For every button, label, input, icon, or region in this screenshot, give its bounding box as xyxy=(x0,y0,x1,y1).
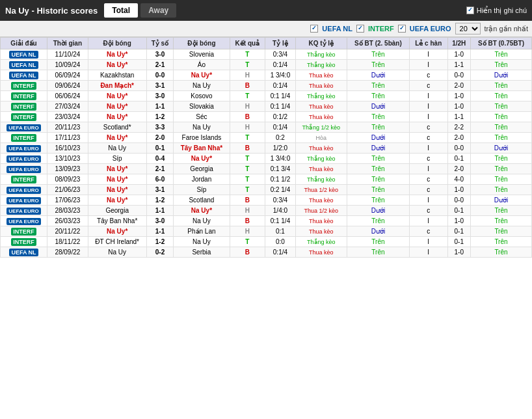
cell-lec: c xyxy=(409,70,447,81)
cell-date: 27/03/24 xyxy=(47,101,88,112)
cell-score: 1-1 xyxy=(146,206,174,216)
cell-half: 4-0 xyxy=(447,174,470,185)
cell-team1: Na Uy* xyxy=(88,174,146,185)
cell-so-bt2: Trên xyxy=(470,237,531,247)
cell-team1: Kazakhstan xyxy=(88,70,146,81)
check-uefa-euro-icon[interactable] xyxy=(398,25,406,33)
cell-so-bt: Trên xyxy=(347,112,409,122)
cell-date: 17/06/23 xyxy=(47,195,88,206)
cell-team2: Na Uy* xyxy=(174,206,230,216)
count-select[interactable]: 20103050 xyxy=(455,23,481,34)
table-row: UEFA NL 10/09/24 Na Uy* 2-1 Áo T 0:1/4 T… xyxy=(1,60,532,70)
cell-team2: Áo xyxy=(174,60,230,70)
tab-total[interactable]: Total xyxy=(104,3,138,18)
cell-team2: Georgia xyxy=(174,164,230,174)
cell-so-bt2: Trên xyxy=(470,174,531,185)
check-interf-icon[interactable] xyxy=(356,25,364,33)
cell-kq-ratio: Thua kèo xyxy=(295,216,347,226)
cell-lec: I xyxy=(409,247,447,258)
cell-league: INTERF xyxy=(1,81,47,91)
check-uefa-nl-icon[interactable] xyxy=(310,25,318,33)
cell-so-bt: Trên xyxy=(347,60,409,70)
cell-so-bt2: Trên xyxy=(470,81,531,91)
cell-team2: Na Uy xyxy=(174,216,230,226)
cell-half: 0-0 xyxy=(447,195,470,206)
cell-team1: Georgia xyxy=(88,206,146,216)
cell-team1: Na Uy* xyxy=(88,185,146,195)
table-row: UEFA EURO 13/10/23 Síp 0-4 Na Uy* T 1 3/… xyxy=(1,154,532,164)
col-so-bt: Số BT (2. 5bàn) xyxy=(347,38,409,49)
cell-lec: c xyxy=(409,122,447,133)
cell-team1: ĐT CH Ireland* xyxy=(88,237,146,247)
tab-away[interactable]: Away xyxy=(140,3,176,18)
cell-half: 1-0 xyxy=(447,185,470,195)
cell-ratio: 1/4:0 xyxy=(265,206,295,216)
cell-team2: Slovakia xyxy=(174,101,230,112)
cell-team1: Đan Mạch* xyxy=(88,81,146,91)
cell-so-bt2: Trên xyxy=(470,60,531,70)
cell-result: B xyxy=(230,81,265,91)
cell-so-bt: Trên xyxy=(347,122,409,133)
cell-half: 0-0 xyxy=(447,143,470,154)
cell-team1: Na Uy* xyxy=(88,101,146,112)
cell-score: 0-4 xyxy=(146,154,174,164)
cell-score: 0-0 xyxy=(146,70,174,81)
cell-result: T xyxy=(230,91,265,101)
cell-league: UEFA EURO xyxy=(1,122,47,133)
cell-kq-ratio: Thắng kèo xyxy=(295,154,347,164)
cell-league: INTERF xyxy=(1,133,47,143)
cell-half: 1-1 xyxy=(447,112,470,122)
cell-league: UEFA EURO xyxy=(1,154,47,164)
cell-league: UEFA NL xyxy=(1,70,47,81)
cell-result: H xyxy=(230,122,265,133)
cell-date: 13/09/23 xyxy=(47,164,88,174)
cell-score: 1-2 xyxy=(146,237,174,247)
cell-lec: I xyxy=(409,143,447,154)
cell-so-bt2: Trên xyxy=(470,216,531,226)
cell-so-bt: Trên xyxy=(347,91,409,101)
cell-lec: c xyxy=(409,226,447,237)
cell-kq-ratio: Thắng kèo xyxy=(295,174,347,185)
col-ratio: Tỷ lệ xyxy=(265,38,295,49)
cell-half: 0-1 xyxy=(447,226,470,237)
cell-score: 1-1 xyxy=(146,226,174,237)
table-row: INTERF 09/06/24 Đan Mạch* 3-1 Na Uy B 0:… xyxy=(1,81,532,91)
filter-interf-label: INTERF xyxy=(368,25,394,33)
cell-half: 2-0 xyxy=(447,133,470,143)
cell-score: 1-2 xyxy=(146,195,174,206)
cell-score: 3-3 xyxy=(146,122,174,133)
cell-so-bt: Dưới xyxy=(347,226,409,237)
table-row: UEFA EURO 28/03/23 Georgia 1-1 Na Uy* H … xyxy=(1,206,532,216)
cell-team2: Scotland xyxy=(174,195,230,206)
cell-half: 2-2 xyxy=(447,122,470,133)
check-legend-icon xyxy=(466,7,474,14)
cell-team1: Na Uy* xyxy=(88,60,146,70)
cell-league: INTERF xyxy=(1,237,47,247)
cell-league: UEFA EURO xyxy=(1,206,47,216)
cell-so-bt2: Trên xyxy=(470,101,531,112)
cell-league: INTERF xyxy=(1,91,47,101)
cell-kq-ratio: Thua kèo xyxy=(295,81,347,91)
cell-result: T xyxy=(230,60,265,70)
cell-lec: I xyxy=(409,164,447,174)
cell-date: 28/03/23 xyxy=(47,206,88,216)
cell-league: UEFA EURO xyxy=(1,143,47,154)
cell-team2: Kosovo xyxy=(174,91,230,101)
cell-ratio: 0:1 1/4 xyxy=(265,101,295,112)
cell-team2: Jordan xyxy=(174,174,230,185)
cell-date: 20/11/23 xyxy=(47,122,88,133)
cell-lec: c xyxy=(409,185,447,195)
cell-half: 1-1 xyxy=(447,60,470,70)
cell-so-bt: Dưới xyxy=(347,101,409,112)
cell-league: UEFA NL xyxy=(1,49,47,60)
cell-so-bt2: Trên xyxy=(470,122,531,133)
cell-team1: Na Uy* xyxy=(88,226,146,237)
cell-kq-ratio: Thua kèo xyxy=(295,195,347,206)
cell-half: 0-1 xyxy=(447,206,470,216)
count-label: trận gần nhất xyxy=(485,25,528,33)
cell-so-bt2: Trên xyxy=(470,164,531,174)
cell-date: 17/11/23 xyxy=(47,133,88,143)
cell-score: 1-1 xyxy=(146,101,174,112)
cell-so-bt: Trên xyxy=(347,247,409,258)
cell-so-bt: Dưới xyxy=(347,143,409,154)
